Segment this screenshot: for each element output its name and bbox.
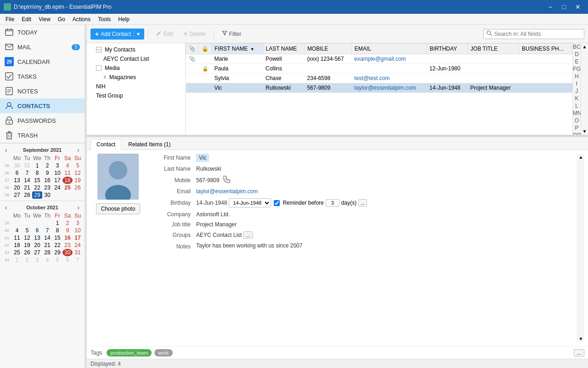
detail-scroll-up[interactable]: ▲ [577,154,584,161]
menu-go[interactable]: Go [54,15,69,23]
tree-magazines[interactable]: ☓ Magazines [87,73,185,82]
alpha-d[interactable]: D [573,51,581,58]
col-lock[interactable]: 🔒 [199,44,212,54]
tasks-icon [5,72,14,81]
label-email: Email [150,188,196,195]
checkbox-my-contacts[interactable]: — [96,47,102,52]
email-link-4[interactable]: taylor@essentialpim.com [354,85,416,91]
remove-magazines-icon: ☓ [103,74,106,80]
tree-test-group[interactable]: Test Group [87,91,185,100]
add-icon: + [95,30,99,38]
value-email[interactable]: taylor@essentialpim.com [196,188,258,195]
today-icon [5,28,14,37]
email-link-1[interactable]: example@gmail.com [354,56,406,62]
menu-tools[interactable]: Tools [94,15,114,23]
col-job-title[interactable]: JOB TITLE [468,44,519,54]
alpha-p[interactable]: P [573,124,581,132]
detail-scroll-down[interactable]: ▼ [577,335,584,342]
col-attach[interactable]: 📎 [186,44,199,54]
table-row[interactable]: Vic Rutkowski 567-9809 taylor@essentialp… [186,83,572,93]
value-groups: AEYC Contact List [196,232,242,238]
sidebar-item-tasks[interactable]: TASKS [0,69,85,84]
sidebar-item-mail[interactable]: MAIL 5 [0,40,85,54]
reminder-checkbox[interactable] [274,200,280,206]
cal-next-oct[interactable]: › [76,204,81,211]
table-scroll-up[interactable]: ▲ [582,43,588,50]
col-business-phone[interactable]: BUSINESS PH... [519,44,572,54]
alpha-h[interactable]: H [573,73,581,80]
menu-view[interactable]: View [35,15,54,23]
edit-button[interactable]: Edit [152,29,177,39]
birthday-more-button[interactable]: ... [358,199,367,207]
groups-row: AEYC Contact List ... [196,231,253,239]
reminder-days-input[interactable] [326,199,339,207]
sidebar-item-passwords[interactable]: PASSWORDS [0,113,85,128]
alpha-fg[interactable]: FG [573,65,581,73]
table-row[interactable]: 🔒 Paula Collins 12-Jun-1980 [186,64,572,74]
alpha-o[interactable]: O [573,117,581,124]
alpha-l[interactable]: L [573,102,581,109]
table-scroll-down[interactable]: ▼ [582,128,588,135]
menu-actions[interactable]: Actions [69,15,94,23]
tags-more-button[interactable]: ... [574,349,584,356]
tab-contact[interactable]: Contact [90,139,121,150]
alpha-mn[interactable]: MN [573,109,581,117]
svg-rect-3 [11,29,11,30]
maximize-button[interactable]: □ [558,2,571,12]
col-email[interactable]: EMAIL [351,44,427,54]
sidebar-item-notes[interactable]: NOTES [0,84,85,98]
status-displayed: Displayed: 4 [90,361,121,367]
tree-my-contacts[interactable]: — My Contacts [87,45,185,54]
add-contact-button[interactable]: + Add Contact ▾ [90,29,144,40]
birthday-dropdown[interactable]: 14-Jun-1948 [229,198,271,207]
col-mobile[interactable]: MOBILE [304,44,351,54]
menu-help[interactable]: Help [114,15,133,23]
table-row[interactable]: Sylvia Chase 234-6598 test@test.com [186,74,572,83]
sidebar-item-today[interactable]: TODAY [0,25,85,40]
content-area: — My Contacts AEYC Contact List Media ☓ … [87,43,588,359]
menu-file[interactable]: File [2,15,18,23]
cell-lname-1: Powell [263,54,304,64]
minimize-button[interactable]: − [544,2,557,12]
alpha-j[interactable]: J [573,87,581,95]
sidebar-item-trash[interactable]: TRASH [0,128,85,143]
alpha-i[interactable]: I [573,80,581,87]
sidebar-item-contacts[interactable]: CONTACTS [0,98,85,113]
alpha-qr[interactable]: QR [573,132,581,135]
add-contact-dropdown-arrow[interactable]: ▾ [134,31,140,37]
checkbox-media[interactable] [96,65,102,71]
tag-production-team[interactable]: production_team [107,349,152,356]
col-first-name[interactable]: FIRST NAME ▼ [212,44,263,54]
email-link-3[interactable]: test@test.com [354,75,390,81]
choose-photo-button[interactable]: Choose photo [96,203,141,214]
cal-prev-oct[interactable]: ‹ [4,204,9,211]
tab-related-items[interactable]: Related Items (1) [122,139,176,150]
search-input[interactable] [494,31,581,37]
tree-media[interactable]: Media [87,63,185,73]
svg-rect-5 [6,73,13,80]
label-job-title: Job title [150,221,196,228]
alpha-k[interactable]: K [573,95,581,102]
value-birthday: 14-Jun-1948 [196,200,227,206]
groups-more-button[interactable]: ... [243,231,252,239]
phone-icon[interactable] [223,176,231,184]
tree-nih[interactable]: NIH [87,82,185,91]
sidebar-item-calendar[interactable]: 29 CALENDAR [0,54,85,69]
title-bar: D:\epim\my_db.epim - EssentialPIM Pro − … [0,0,588,14]
cal-prev-sep[interactable]: ‹ [4,146,9,154]
tree-aeyc[interactable]: AEYC Contact List [87,54,185,63]
col-birthday[interactable]: BIRTHDAY [427,44,468,54]
cell-mobile-4: 567-9809 [304,83,351,93]
filter-button[interactable]: Filter [218,29,246,39]
close-button[interactable]: ✕ [571,2,584,12]
cal-next-sep[interactable]: › [76,146,81,154]
delete-button[interactable]: ✕ Delete [179,29,210,39]
alpha-e[interactable]: E [573,58,581,65]
value-mobile: 567-9809 [196,177,220,184]
tag-work[interactable]: work [154,349,172,356]
menu-edit[interactable]: Edit [18,15,35,23]
table-row[interactable]: 📎 Marie Powell (xxx) 1234-567 example@gm… [186,54,572,64]
alpha-bc[interactable]: BC [573,43,581,51]
col-last-name[interactable]: LAST NAME [263,44,304,54]
sidebar-mail-label: MAIL [17,44,31,51]
